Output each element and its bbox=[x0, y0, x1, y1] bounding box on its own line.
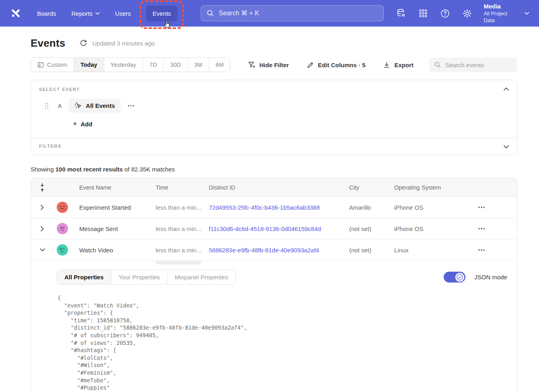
sort-column-header[interactable] bbox=[31, 183, 53, 192]
date-option-label: 6M bbox=[216, 62, 224, 68]
date-option-label: Today bbox=[80, 62, 97, 68]
event-row-menu-button[interactable]: ⋯ bbox=[128, 101, 135, 110]
pencil-icon bbox=[307, 61, 314, 69]
hide-filter-label: Hide Filter bbox=[259, 62, 289, 68]
select-event-section: SELECT EVENT A bbox=[31, 80, 517, 138]
table-row[interactable]: Message Sent less than a min... f11c30d6… bbox=[31, 218, 517, 239]
expand-filters-button[interactable] bbox=[502, 144, 510, 150]
help-icon[interactable] bbox=[440, 8, 450, 19]
nav-item-label: Reports bbox=[72, 10, 93, 17]
toggle-knob bbox=[455, 273, 464, 282]
column-header-time[interactable]: Time bbox=[156, 184, 209, 191]
expand-row-button[interactable] bbox=[31, 224, 53, 234]
table-row[interactable]: Experiment Started less than a min... 72… bbox=[31, 197, 517, 218]
json-mode-label: JSON mode bbox=[474, 274, 507, 281]
event-query-row: A All Events ⋯ bbox=[39, 99, 509, 113]
download-icon bbox=[383, 61, 391, 69]
time-cell-highlight bbox=[156, 261, 201, 264]
distinct-id-link[interactable]: f11c30d6-dc6d-4518-9136-0d046159c84d bbox=[209, 225, 349, 232]
edit-columns-button[interactable]: Edit Columns · 5 bbox=[307, 61, 365, 69]
event-name-cell: Experiment Started bbox=[71, 204, 156, 211]
table-row[interactable]: Watch Video less than a min... 5886283e-… bbox=[31, 239, 517, 261]
date-option-today[interactable]: Today bbox=[74, 58, 104, 72]
hide-filter-button[interactable]: Hide Filter bbox=[248, 61, 289, 69]
events-search bbox=[430, 58, 517, 72]
collapse-section-button[interactable] bbox=[502, 86, 510, 92]
json-mode-toggle[interactable] bbox=[444, 272, 465, 283]
properties-tabs: All Properties Your Properties Mixpanel … bbox=[57, 270, 236, 285]
column-header-distinct-id[interactable]: Distinct ID bbox=[209, 184, 349, 191]
avatar bbox=[57, 202, 68, 213]
results-suffix: of 82.35K matches bbox=[123, 166, 175, 173]
date-option-yesterday[interactable]: Yesterday bbox=[104, 58, 143, 72]
date-option-3m[interactable]: 3M bbox=[187, 58, 209, 72]
city-cell: Amarillo bbox=[349, 204, 394, 211]
date-option-7d[interactable]: 7D bbox=[143, 58, 164, 72]
mixpanel-logo[interactable] bbox=[10, 7, 22, 19]
distinct-id-link[interactable]: 72d49553-25fc-4f0c-b436-1b5ac6ab3388 bbox=[209, 204, 349, 211]
expand-row-button[interactable] bbox=[31, 202, 53, 213]
check-icon bbox=[457, 274, 463, 281]
nav-item-events-wrapper: Events bbox=[146, 6, 177, 21]
event-name-cell: Watch Video bbox=[71, 247, 156, 254]
events-table: Event Name Time Distinct ID City Operati… bbox=[31, 178, 517, 392]
refresh-button[interactable] bbox=[80, 39, 87, 47]
date-option-label: Yesterday bbox=[111, 62, 136, 68]
sort-arrows-icon bbox=[40, 183, 45, 192]
filters-section[interactable]: FILTERS bbox=[31, 138, 517, 155]
selected-event-name: All Events bbox=[86, 102, 115, 109]
filters-label: FILTERS bbox=[39, 144, 509, 149]
global-search-input[interactable] bbox=[218, 9, 378, 17]
avatar bbox=[57, 244, 68, 256]
distinct-id-link[interactable]: 5886283e-e9fb-48fb-81de-40e9093a2af4 bbox=[209, 247, 349, 254]
last-updated-text: Updated 3 minutes ago bbox=[92, 40, 154, 47]
event-name-cell: Message Sent bbox=[71, 225, 156, 232]
top-nav: Boards Reports Users Events bbox=[0, 0, 539, 27]
date-option-label: 7D bbox=[150, 62, 157, 68]
date-option-30d[interactable]: 30D bbox=[163, 58, 187, 72]
magic-cursor-icon bbox=[74, 102, 82, 109]
add-event-button[interactable]: + Add bbox=[73, 120, 93, 128]
nav-item-events[interactable]: Events bbox=[146, 6, 177, 21]
settings-gear-icon[interactable] bbox=[462, 8, 472, 19]
row-actions-button[interactable]: ⋯ bbox=[471, 224, 517, 233]
data-management-icon[interactable] bbox=[396, 8, 406, 19]
column-header-event-name[interactable]: Event Name bbox=[71, 184, 156, 191]
tab-all-properties[interactable]: All Properties bbox=[57, 270, 111, 284]
event-selector-chip[interactable]: All Events bbox=[69, 99, 121, 113]
row-actions-button[interactable]: ⋯ bbox=[471, 246, 517, 254]
main-content: Events Updated 3 minutes ago Custom Toda… bbox=[0, 37, 539, 392]
nav-item-users[interactable]: Users bbox=[115, 10, 131, 17]
collapse-row-button[interactable] bbox=[31, 246, 53, 254]
query-builder-card: SELECT EVENT A bbox=[31, 80, 517, 155]
global-search bbox=[201, 5, 384, 21]
column-header-os[interactable]: Operating System bbox=[394, 184, 471, 191]
chevron-right-icon bbox=[41, 226, 44, 231]
nav-right-cluster: Media All Project Data bbox=[384, 2, 529, 24]
date-option-6m[interactable]: 6M bbox=[209, 58, 230, 72]
row-actions-button[interactable]: ⋯ bbox=[471, 203, 517, 212]
project-name: Media bbox=[483, 2, 518, 10]
nav-item-boards[interactable]: Boards bbox=[37, 10, 56, 17]
event-json-view: { "event": "Watch Video", "properties": … bbox=[58, 294, 510, 392]
export-button[interactable]: Export bbox=[383, 61, 414, 69]
edit-columns-label: Edit Columns · 5 bbox=[318, 62, 365, 68]
time-cell: less than a min... bbox=[156, 247, 209, 254]
date-option-custom[interactable]: Custom bbox=[31, 58, 74, 72]
nav-item-reports[interactable]: Reports bbox=[72, 10, 100, 17]
os-cell: iPhone OS bbox=[394, 225, 471, 232]
os-cell: Linux bbox=[394, 247, 471, 254]
time-cell: less than a min... bbox=[156, 204, 209, 211]
select-event-label: SELECT EVENT bbox=[39, 87, 509, 92]
tab-mixpanel-properties[interactable]: Mixpanel Properties bbox=[167, 270, 235, 284]
filter-funnel-icon bbox=[248, 61, 256, 69]
events-search-input[interactable] bbox=[444, 61, 512, 69]
city-cell: (not set) bbox=[349, 247, 394, 254]
chevron-down-icon bbox=[95, 12, 100, 15]
drag-handle-icon[interactable] bbox=[45, 103, 49, 109]
tab-your-properties[interactable]: Your Properties bbox=[111, 270, 167, 284]
project-switcher[interactable]: Media All Project Data bbox=[483, 2, 529, 24]
apps-grid-icon[interactable] bbox=[418, 8, 428, 18]
column-header-city[interactable]: City bbox=[349, 184, 394, 191]
event-detail-panel: All Properties Your Properties Mixpanel … bbox=[31, 264, 517, 392]
